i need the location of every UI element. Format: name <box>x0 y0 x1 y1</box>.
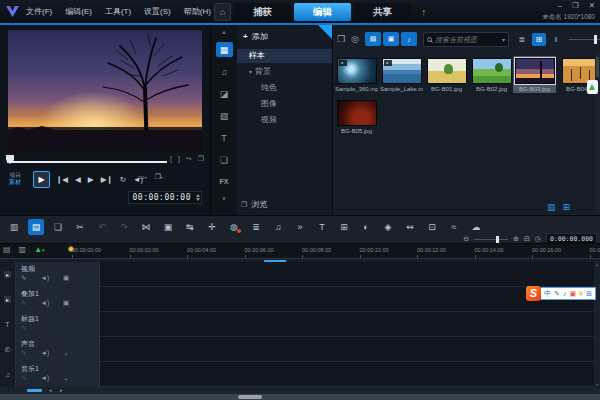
tab-capture[interactable]: 捕获 <box>234 3 291 21</box>
sound-mixer-button[interactable]: ≣ <box>248 219 264 235</box>
mode-clip-label[interactable]: 素材 <box>9 179 21 186</box>
go-end-button[interactable]: ▶❙ <box>101 175 113 184</box>
timeline-view-button[interactable]: ▤ <box>28 219 44 235</box>
wave-editor-button[interactable]: ≈ <box>446 219 462 235</box>
gallery-item[interactable]: BG-B05.jpg <box>335 100 378 134</box>
duration-clock-icon[interactable]: ◷ <box>535 235 541 243</box>
undo-button[interactable]: ↶ <box>94 219 110 235</box>
cut-button[interactable]: ✂ <box>72 219 88 235</box>
media-library-icon[interactable]: ▦ <box>216 42 233 57</box>
window-hscroll-thumb[interactable] <box>238 395 262 399</box>
record-import-icon[interactable]: ◎ <box>351 34 359 44</box>
import-media-icon[interactable]: ❒ <box>337 34 345 44</box>
repeat-button[interactable]: ↻ <box>120 175 126 184</box>
gallery-item-selected[interactable]: BG-B03.jpg <box>513 56 556 93</box>
filter-library-icon[interactable]: FX <box>216 174 233 189</box>
list-view-icon[interactable]: ≣ <box>515 33 529 46</box>
mask-creator-button[interactable]: ◈ <box>380 219 396 235</box>
tab-edit[interactable]: 编辑 <box>294 3 351 21</box>
subtitle-button[interactable]: T <box>314 219 330 235</box>
timeline-ruler[interactable]: ▤ ▥ ▲▾ 00:00:00:0000:00:02:0000:00:04:00… <box>0 243 600 258</box>
browse-button[interactable]: ❒浏览 <box>241 199 267 210</box>
transition-library-icon[interactable]: ◪ <box>216 86 233 101</box>
enlarge-preview-icon[interactable]: ❐ <box>198 155 204 163</box>
pip-button[interactable]: ▣ <box>160 219 176 235</box>
timecode-spinner[interactable] <box>196 194 200 201</box>
filter-video-icon[interactable]: ▤ <box>365 32 381 46</box>
timeline-hscroll[interactable]: ◂ ▸ <box>0 387 600 394</box>
hscroll-thumb[interactable] <box>27 389 42 392</box>
zoom-out-icon[interactable]: ⊖ <box>463 235 469 243</box>
menu-help[interactable]: 帮助(H) <box>184 6 211 17</box>
restore-button[interactable]: ❐ <box>572 1 579 10</box>
ime-clipboard-icon[interactable]: ▣ <box>569 288 576 299</box>
home-button[interactable]: ⌂ <box>214 3 231 21</box>
preview-video[interactable] <box>8 30 202 152</box>
show-titles-icon[interactable]: ▥ <box>547 202 556 212</box>
ime-pen-icon[interactable]: ✎ <box>554 288 560 299</box>
overlay-library-icon[interactable]: ❏ <box>216 152 233 167</box>
add-track-icon[interactable]: ▲▾ <box>34 245 44 254</box>
record-capture-button[interactable]: ◍ <box>226 219 242 235</box>
scroll-up-icon[interactable]: ▲ <box>221 29 227 35</box>
search-input[interactable] <box>435 36 499 43</box>
gallery-search[interactable]: ▾ <box>423 32 509 47</box>
track-header-overlay[interactable]: 叠加1 ✎ ◄) ▣ <box>16 287 100 312</box>
expand-icon[interactable]: ▾ <box>249 69 252 75</box>
scroll-left-icon[interactable]: ◂ <box>49 387 52 394</box>
tree-item-image[interactable]: 图像 <box>237 97 333 111</box>
scroll-down-icon[interactable]: ▼ <box>221 196 227 202</box>
track-header-video[interactable]: 视频 ✎ ◄) ▣ <box>16 262 100 287</box>
prev-frame-button[interactable]: ◀ <box>75 175 81 184</box>
track-lane-overlay[interactable] <box>100 287 594 312</box>
snapshot-icon[interactable]: ❐▾ <box>155 173 163 181</box>
marker-button[interactable]: ✛ <box>204 219 220 235</box>
track-mute-icon[interactable]: ◄) <box>40 274 49 282</box>
track-manager-icon[interactable]: ▤ <box>3 245 11 254</box>
photo-library-icon[interactable]: ▧ <box>216 108 233 123</box>
tree-item-solid-color[interactable]: 纯色 <box>237 81 333 95</box>
system-volume-icon[interactable]: ▭▾ <box>138 173 147 181</box>
scrubber-track[interactable] <box>7 161 167 163</box>
track-header-music[interactable]: 音乐1 ✎ ◄) ⌄ <box>16 362 100 387</box>
track-lane-music[interactable] <box>100 362 594 387</box>
window-hscroll[interactable] <box>0 394 600 400</box>
mark-in-icon[interactable]: [ <box>170 155 172 163</box>
audio-library-icon[interactable]: ♫ <box>216 64 233 79</box>
upgrade-arrow-icon[interactable]: ↑ <box>421 6 427 18</box>
track-expand-icon[interactable]: ⌄ <box>63 349 68 357</box>
filter-audio-icon[interactable]: ♪ <box>401 32 417 46</box>
track-header-voice[interactable]: 声音 ✎ ◄) ⌄ <box>16 337 100 362</box>
track-expand-icon[interactable]: ⌄ <box>63 374 68 382</box>
player-timecode[interactable]: 00:00:00:00 <box>128 191 202 204</box>
scroll-right-icon[interactable]: ▸ <box>60 387 63 394</box>
track-effect-icon[interactable]: ✎ <box>21 324 26 332</box>
tree-item-background[interactable]: ▾背景 <box>237 65 333 79</box>
title-library-icon[interactable]: T <box>216 130 233 145</box>
filter-photo-icon[interactable]: ▣ <box>383 32 399 46</box>
track-mute-icon[interactable]: ◄) <box>40 374 49 382</box>
split-audio-button[interactable]: ↹ <box>182 219 198 235</box>
track-mute-icon[interactable]: ◄) <box>40 349 49 357</box>
multi-grid-button[interactable]: ⊞ <box>336 219 352 235</box>
playback-mode-toggle[interactable]: 项目 素材 <box>9 172 21 186</box>
next-frame-button[interactable]: ▶ <box>88 175 94 184</box>
add-folder-row[interactable]: +添加 <box>243 31 268 42</box>
speed-button[interactable]: » <box>292 219 308 235</box>
track-effect-icon[interactable]: ✎ <box>21 274 26 282</box>
track-lane-voice[interactable] <box>100 337 594 362</box>
gallery-item[interactable]: ▸ Sample_Lake.m.. <box>380 58 423 92</box>
ime-lang-icon[interactable]: 中 <box>544 288 551 299</box>
mark-out-icon[interactable]: ] <box>178 155 180 163</box>
chroma-key-button[interactable]: ◐ <box>358 219 374 235</box>
split-clip-icon[interactable]: ↪ <box>186 155 192 163</box>
ime-logo-icon[interactable]: S <box>526 286 541 301</box>
track-mute-icon[interactable]: ◄) <box>40 299 49 307</box>
transition-button[interactable]: ⋈ <box>138 219 154 235</box>
grid-view-icon[interactable]: ⊞ <box>532 33 546 46</box>
gallery-item[interactable]: BG-B01.jpg <box>425 58 468 92</box>
copy-button[interactable]: ❏ <box>50 219 66 235</box>
track-effect-icon[interactable]: ✎ <box>21 349 26 357</box>
tab-share[interactable]: 共享 <box>354 3 411 21</box>
menu-tools[interactable]: 工具(T) <box>105 6 131 17</box>
